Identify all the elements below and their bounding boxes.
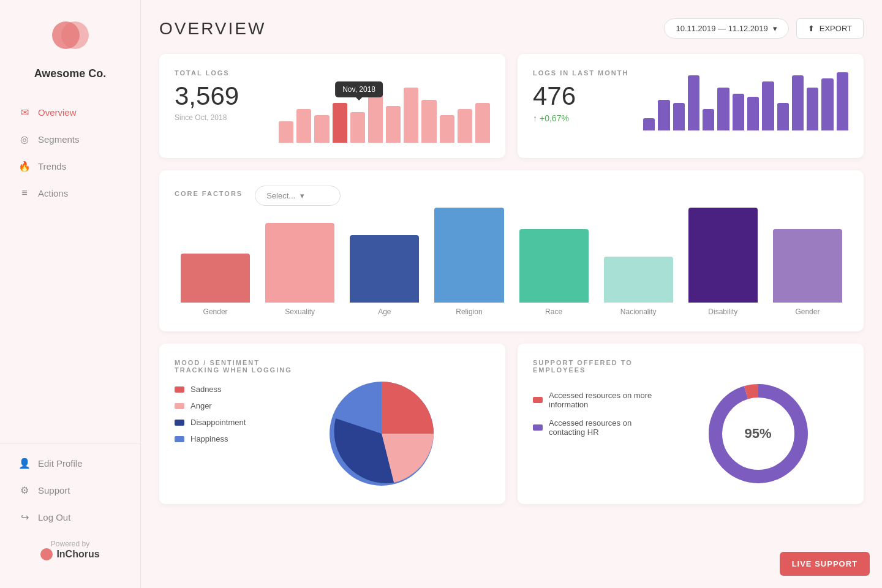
factor-bar (688, 208, 758, 303)
company-name: Awesome Co. (34, 67, 107, 80)
logs-last-month-content: 476 ↑ +0,67% (533, 81, 848, 130)
last-month-bar (703, 109, 714, 130)
date-range-button[interactable]: 10.11.2019 — 11.12.2019 ▾ (664, 18, 788, 39)
support-icon: ⚙ (18, 484, 31, 496)
core-factors-select[interactable]: Select... ▾ (255, 186, 341, 206)
core-factors-label: CORE FACTORS (175, 190, 243, 197)
logout-icon: ↪ (18, 511, 31, 523)
sidebar-item-trends[interactable]: 🔥 Trends (0, 153, 140, 179)
log-bar (440, 115, 454, 143)
export-button[interactable]: ⬆ EXPORT (796, 18, 864, 39)
factor-label: Sexuality (285, 307, 315, 316)
logo-icon (49, 18, 92, 61)
log-bar (350, 112, 365, 143)
support-legend-label: Accessed resources on contacting HR (549, 418, 655, 437)
sidebar-logo: Awesome Co. (0, 12, 140, 92)
overview-label: Overview (38, 107, 77, 118)
trends-label: Trends (38, 161, 66, 172)
legend-color (175, 436, 184, 442)
segments-icon: ◎ (18, 133, 31, 145)
support-offered-card: SUPPORT OFFERED TO EMPLOYEES Accessed re… (518, 344, 864, 504)
log-bar (386, 106, 401, 143)
legend-item: Disappointment (175, 418, 260, 427)
factor-bar (434, 208, 503, 303)
factor-bar (350, 235, 419, 303)
top-cards-row: TOTAL LOGS 3,569 Since Oct, 2018 Nov, 20… (159, 54, 864, 158)
main-nav: ✉ Overview ◎ Segments 🔥 Trends ≡ Actions (0, 92, 140, 443)
sidebar: Awesome Co. ✉ Overview ◎ Segments 🔥 Tren… (0, 0, 141, 588)
logs-change: ↑ +0,67% (533, 113, 631, 123)
last-month-bar (837, 72, 848, 130)
logs-last-month-card: LOGS IN LAST MONTH 476 ↑ +0,67% (518, 54, 864, 158)
page-header: OVERVIEW 10.11.2019 — 11.12.2019 ▾ ⬆ EXP… (159, 18, 864, 39)
total-logs-since: Since Oct, 2018 (175, 113, 266, 122)
last-month-bar (762, 81, 774, 130)
chart-tooltip: Nov, 2018 (335, 81, 383, 97)
main-content: OVERVIEW 10.11.2019 — 11.12.2019 ▾ ⬆ EXP… (141, 0, 882, 588)
support-legend-item: Accessed resources on contacting HR (533, 418, 655, 437)
header-controls: 10.11.2019 — 11.12.2019 ▾ ⬆ EXPORT (664, 18, 864, 39)
log-bar (421, 100, 436, 143)
legend-label: Disappointment (190, 418, 246, 427)
support-label: Support (38, 485, 70, 496)
bottom-cards-row: MOOD / SENTIMENT TRACKING WHEN LOGGING S… (159, 344, 864, 504)
log-bar (404, 88, 418, 143)
legend-label: Sadness (190, 385, 222, 394)
logs-change-value: +0,67% (540, 113, 569, 123)
log-bar (458, 109, 472, 143)
factor-bar (181, 254, 250, 303)
legend-item: Happiness (175, 434, 260, 443)
factor-bar (604, 257, 673, 303)
logs-info: 476 ↑ +0,67% (533, 81, 631, 130)
logs-chart (643, 81, 848, 130)
actions-label: Actions (38, 188, 68, 198)
actions-icon: ≡ (18, 187, 31, 199)
legend-color (175, 420, 184, 426)
core-factors-chart: GenderSexualityAgeReligionRaceNacionalit… (175, 218, 848, 316)
total-logs-info: 3,569 Since Oct, 2018 (175, 81, 266, 143)
factor-label: Gender (795, 307, 820, 316)
logout-link[interactable]: ↪ Log Out (0, 503, 140, 530)
factor-bar-group: Race (519, 229, 589, 316)
chevron-down-icon: ▾ (773, 24, 777, 33)
edit-profile-link[interactable]: 👤 Edit Profile (0, 450, 140, 477)
page-title: OVERVIEW (159, 19, 266, 39)
donut-percentage: 95% (744, 426, 771, 442)
support-legend-item: Accessed resources on more information (533, 391, 655, 409)
last-month-bar (643, 118, 655, 130)
legend-item: Anger (175, 401, 260, 410)
powered-by-label: Powered by (51, 540, 89, 548)
logs-number: 476 (533, 81, 631, 111)
last-month-bar (747, 97, 759, 130)
legend-label: Anger (190, 401, 212, 410)
sidebar-item-actions[interactable]: ≡ Actions (0, 179, 140, 206)
last-month-bar (733, 94, 744, 130)
factor-label: Disability (708, 307, 737, 316)
trends-icon: 🔥 (18, 160, 31, 172)
factor-bar-group: Sexuality (265, 223, 334, 316)
factor-bar (519, 229, 589, 303)
last-month-bar (658, 100, 669, 130)
support-content: Accessed resources on more informationAc… (533, 379, 848, 489)
support-link[interactable]: ⚙ Support (0, 477, 140, 503)
live-support-button[interactable]: LIVE SUPPORT (780, 552, 870, 576)
select-placeholder: Select... (266, 191, 295, 200)
mood-content: SadnessAngerDisappointmentHappiness (175, 379, 490, 489)
last-month-bar (673, 103, 685, 130)
factor-bar (265, 223, 334, 303)
sidebar-item-segments[interactable]: ◎ Segments (0, 126, 140, 153)
mood-tracking-card: MOOD / SENTIMENT TRACKING WHEN LOGGING S… (159, 344, 505, 504)
legend-item: Sadness (175, 385, 260, 394)
segments-label: Segments (38, 134, 80, 145)
last-month-bar (777, 103, 789, 130)
logout-label: Log Out (38, 512, 70, 522)
factor-bar-group: Age (350, 235, 419, 316)
sidebar-item-overview[interactable]: ✉ Overview (0, 99, 140, 126)
legend-color (175, 386, 184, 393)
last-month-bar (717, 88, 729, 130)
last-month-bar (807, 88, 818, 130)
core-factors-card: CORE FACTORS Select... ▾ GenderSexuality… (159, 170, 864, 331)
sidebar-brand: Powered by InChorus (0, 530, 140, 570)
arrow-up-icon: ↑ (533, 113, 537, 123)
support-legend: Accessed resources on more informationAc… (533, 391, 655, 489)
